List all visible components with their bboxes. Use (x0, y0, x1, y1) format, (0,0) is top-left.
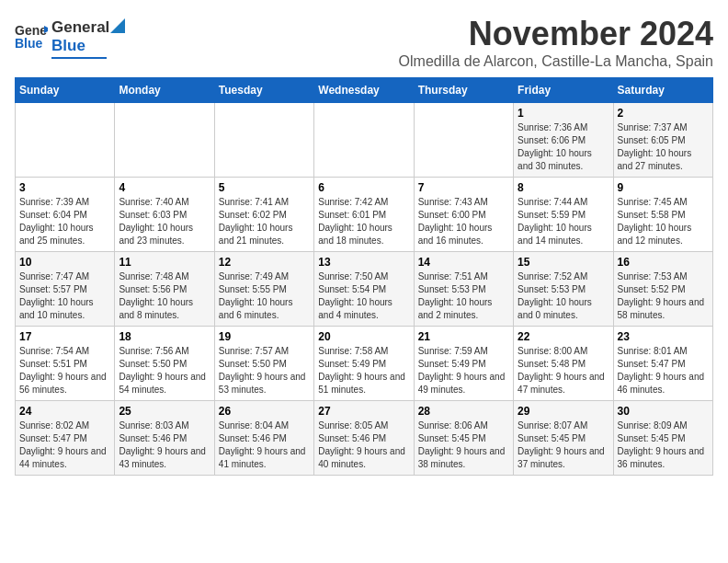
calendar-cell (414, 103, 513, 178)
month-title: November 2024 (399, 15, 713, 53)
calendar-week-3: 10Sunrise: 7:47 AMSunset: 5:57 PMDayligh… (16, 252, 713, 327)
day-info: Sunrise: 7:39 AMSunset: 6:04 PMDaylight:… (19, 196, 110, 247)
calendar-cell: 5Sunrise: 7:41 AMSunset: 6:02 PMDaylight… (214, 178, 313, 252)
calendar-cell: 25Sunrise: 8:03 AMSunset: 5:46 PMDayligh… (115, 401, 214, 476)
logo-underline (51, 57, 107, 59)
day-number: 23 (618, 330, 709, 343)
calendar-cell: 7Sunrise: 7:43 AMSunset: 6:00 PMDaylight… (414, 178, 513, 252)
day-number: 11 (119, 256, 210, 269)
calendar-cell: 18Sunrise: 7:56 AMSunset: 5:50 PMDayligh… (115, 327, 214, 401)
day-number: 4 (119, 181, 210, 194)
day-number: 1 (518, 107, 609, 120)
day-info: Sunrise: 8:03 AMSunset: 5:46 PMDaylight:… (119, 419, 210, 471)
weekday-header-tuesday: Tuesday (214, 78, 313, 103)
day-number: 28 (418, 405, 509, 418)
weekday-header-saturday: Saturday (613, 78, 712, 103)
day-info: Sunrise: 7:44 AMSunset: 5:59 PMDaylight:… (518, 196, 609, 247)
day-number: 22 (518, 330, 609, 343)
calendar-cell: 21Sunrise: 7:59 AMSunset: 5:49 PMDayligh… (414, 327, 513, 401)
day-info: Sunrise: 8:05 AMSunset: 5:46 PMDaylight:… (318, 419, 409, 471)
day-info: Sunrise: 8:01 AMSunset: 5:47 PMDaylight:… (618, 345, 709, 396)
day-info: Sunrise: 7:49 AMSunset: 5:55 PMDaylight:… (219, 270, 310, 322)
day-number: 5 (219, 181, 310, 194)
calendar-cell: 23Sunrise: 8:01 AMSunset: 5:47 PMDayligh… (613, 327, 712, 401)
logo-general-text: General (51, 18, 109, 37)
weekday-header-sunday: Sunday (16, 78, 115, 103)
calendar-cell: 3Sunrise: 7:39 AMSunset: 6:04 PMDaylight… (16, 178, 115, 252)
weekday-header-row: SundayMondayTuesdayWednesdayThursdayFrid… (16, 78, 713, 103)
day-info: Sunrise: 7:41 AMSunset: 6:02 PMDaylight:… (219, 196, 310, 247)
day-info: Sunrise: 8:00 AMSunset: 5:48 PMDaylight:… (518, 345, 609, 396)
day-info: Sunrise: 7:53 AMSunset: 5:52 PMDaylight:… (618, 270, 709, 322)
day-number: 20 (318, 330, 409, 343)
day-number: 6 (318, 181, 409, 194)
day-info: Sunrise: 7:58 AMSunset: 5:49 PMDaylight:… (318, 345, 409, 396)
calendar-cell: 16Sunrise: 7:53 AMSunset: 5:52 PMDayligh… (613, 252, 712, 327)
calendar-cell: 8Sunrise: 7:44 AMSunset: 5:59 PMDaylight… (514, 178, 613, 252)
day-number: 16 (618, 256, 709, 269)
day-info: Sunrise: 7:36 AMSunset: 6:06 PMDaylight:… (518, 121, 609, 173)
day-number: 26 (219, 405, 310, 418)
day-number: 19 (219, 330, 310, 343)
calendar-week-2: 3Sunrise: 7:39 AMSunset: 6:04 PMDaylight… (16, 178, 713, 252)
day-number: 29 (518, 405, 609, 418)
calendar-cell: 19Sunrise: 7:57 AMSunset: 5:50 PMDayligh… (214, 327, 313, 401)
day-info: Sunrise: 8:09 AMSunset: 5:45 PMDaylight:… (618, 419, 709, 471)
weekday-header-monday: Monday (115, 78, 214, 103)
day-number: 24 (19, 405, 110, 418)
day-info: Sunrise: 7:42 AMSunset: 6:01 PMDaylight:… (318, 196, 409, 247)
weekday-header-wednesday: Wednesday (314, 78, 414, 103)
day-info: Sunrise: 7:43 AMSunset: 6:00 PMDaylight:… (418, 196, 509, 247)
logo: General Blue General Blue (15, 15, 125, 59)
calendar-cell (115, 103, 214, 178)
day-number: 21 (418, 330, 509, 343)
weekday-header-thursday: Thursday (414, 78, 513, 103)
calendar-cell: 13Sunrise: 7:50 AMSunset: 5:54 PMDayligh… (314, 252, 414, 327)
calendar-cell: 27Sunrise: 8:05 AMSunset: 5:46 PMDayligh… (314, 401, 414, 476)
day-number: 9 (618, 181, 709, 194)
calendar-cell: 14Sunrise: 7:51 AMSunset: 5:53 PMDayligh… (414, 252, 513, 327)
calendar-week-4: 17Sunrise: 7:54 AMSunset: 5:51 PMDayligh… (16, 327, 713, 401)
calendar-table: SundayMondayTuesdayWednesdayThursdayFrid… (15, 77, 713, 476)
calendar-cell: 26Sunrise: 8:04 AMSunset: 5:46 PMDayligh… (214, 401, 313, 476)
day-number: 15 (518, 256, 609, 269)
calendar-cell: 12Sunrise: 7:49 AMSunset: 5:55 PMDayligh… (214, 252, 313, 327)
calendar-cell: 4Sunrise: 7:40 AMSunset: 6:03 PMDaylight… (115, 178, 214, 252)
calendar-cell: 6Sunrise: 7:42 AMSunset: 6:01 PMDaylight… (314, 178, 414, 252)
day-info: Sunrise: 7:48 AMSunset: 5:56 PMDaylight:… (119, 270, 210, 322)
calendar-cell: 2Sunrise: 7:37 AMSunset: 6:05 PMDaylight… (613, 103, 712, 178)
calendar-cell: 22Sunrise: 8:00 AMSunset: 5:48 PMDayligh… (514, 327, 613, 401)
day-info: Sunrise: 8:04 AMSunset: 5:46 PMDaylight:… (219, 419, 310, 471)
calendar-cell: 29Sunrise: 8:07 AMSunset: 5:45 PMDayligh… (514, 401, 613, 476)
day-info: Sunrise: 7:56 AMSunset: 5:50 PMDaylight:… (119, 345, 210, 396)
svg-text:Blue: Blue (15, 36, 43, 51)
day-number: 2 (618, 107, 709, 120)
day-number: 8 (518, 181, 609, 194)
calendar-cell: 11Sunrise: 7:48 AMSunset: 5:56 PMDayligh… (115, 252, 214, 327)
day-info: Sunrise: 7:45 AMSunset: 5:58 PMDaylight:… (618, 196, 709, 247)
calendar-week-5: 24Sunrise: 8:02 AMSunset: 5:47 PMDayligh… (16, 401, 713, 476)
calendar-cell: 20Sunrise: 7:58 AMSunset: 5:49 PMDayligh… (314, 327, 414, 401)
calendar-header: SundayMondayTuesdayWednesdayThursdayFrid… (16, 78, 713, 103)
calendar-cell (314, 103, 414, 178)
calendar-week-1: 1Sunrise: 7:36 AMSunset: 6:06 PMDaylight… (16, 103, 713, 178)
location-subtitle: Olmedilla de Alarcon, Castille-La Mancha… (399, 53, 713, 70)
calendar-cell: 24Sunrise: 8:02 AMSunset: 5:47 PMDayligh… (16, 401, 115, 476)
calendar-body: 1Sunrise: 7:36 AMSunset: 6:06 PMDaylight… (16, 103, 713, 476)
day-info: Sunrise: 7:54 AMSunset: 5:51 PMDaylight:… (19, 345, 110, 396)
calendar-cell: 9Sunrise: 7:45 AMSunset: 5:58 PMDaylight… (613, 178, 712, 252)
day-info: Sunrise: 7:47 AMSunset: 5:57 PMDaylight:… (19, 270, 110, 322)
svg-marker-3 (110, 18, 125, 33)
day-info: Sunrise: 7:50 AMSunset: 5:54 PMDaylight:… (318, 270, 409, 322)
day-info: Sunrise: 7:40 AMSunset: 6:03 PMDaylight:… (119, 196, 210, 247)
calendar-cell: 28Sunrise: 8:06 AMSunset: 5:45 PMDayligh… (414, 401, 513, 476)
day-info: Sunrise: 7:52 AMSunset: 5:53 PMDaylight:… (518, 270, 609, 322)
calendar-cell: 30Sunrise: 8:09 AMSunset: 5:45 PMDayligh… (613, 401, 712, 476)
day-number: 30 (618, 405, 709, 418)
day-number: 10 (19, 256, 110, 269)
day-info: Sunrise: 7:37 AMSunset: 6:05 PMDaylight:… (618, 121, 709, 173)
calendar-cell: 17Sunrise: 7:54 AMSunset: 5:51 PMDayligh… (16, 327, 115, 401)
day-info: Sunrise: 7:57 AMSunset: 5:50 PMDaylight:… (219, 345, 310, 396)
day-info: Sunrise: 8:02 AMSunset: 5:47 PMDaylight:… (19, 419, 110, 471)
logo-blue-text: Blue (51, 37, 85, 55)
